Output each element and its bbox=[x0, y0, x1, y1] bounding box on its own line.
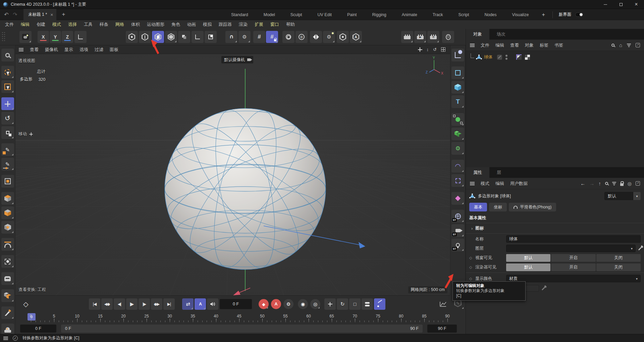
view-name-label[interactable]: 透视视图 bbox=[18, 58, 35, 64]
lock-icon[interactable] bbox=[620, 183, 624, 186]
layer-input[interactable]: ▾ bbox=[506, 245, 636, 252]
coordinate-system-button[interactable] bbox=[74, 31, 87, 43]
up-icon[interactable]: ↑ bbox=[598, 181, 601, 186]
knife-tool[interactable] bbox=[1, 306, 14, 319]
menu-extensions[interactable]: 扩展 bbox=[255, 21, 263, 28]
next-frame-button[interactable]: |▶ bbox=[139, 298, 150, 310]
object-activation-toggle[interactable] bbox=[497, 55, 502, 60]
menu-help[interactable]: 帮助 bbox=[286, 21, 295, 28]
om-menu-view[interactable]: 查看 bbox=[510, 42, 519, 48]
range-slider[interactable]: 0 F 90 F bbox=[61, 325, 423, 333]
menu-tools[interactable]: 工具 bbox=[84, 21, 93, 28]
cloner-button[interactable]: ⚙ bbox=[451, 142, 464, 155]
pan-view-icon[interactable] bbox=[418, 47, 422, 52]
new-ui-label[interactable]: 新界面 bbox=[555, 12, 576, 17]
snap-enable-button[interactable]: ∪ bbox=[225, 31, 237, 43]
panel-menu-icon[interactable] bbox=[470, 44, 475, 47]
external-window-icon[interactable]: ↗ bbox=[636, 43, 640, 47]
bend-deformer-button[interactable]: ◠ bbox=[451, 160, 464, 173]
plane-primitive-button[interactable] bbox=[451, 66, 464, 79]
menu-volume[interactable]: 体积 bbox=[131, 21, 140, 28]
keyframe-diamond-button[interactable]: ◇ bbox=[20, 298, 32, 310]
record-scale-button[interactable]: □ bbox=[349, 298, 361, 310]
viewport-menu-icon[interactable] bbox=[19, 48, 23, 51]
point-mode-button[interactable] bbox=[126, 31, 138, 43]
segment-off[interactable]: 关闭 bbox=[596, 263, 641, 271]
timeline-chart-button[interactable] bbox=[437, 298, 449, 310]
range-end-field[interactable]: 90 F bbox=[427, 325, 457, 333]
keyframe-mode-button[interactable]: ◎ bbox=[310, 299, 320, 309]
workplane-button[interactable] bbox=[205, 31, 217, 43]
add-document-tab-button[interactable]: + bbox=[58, 11, 68, 18]
om-menu-file[interactable]: 文件 bbox=[481, 42, 489, 48]
close-button[interactable]: × bbox=[629, 0, 644, 9]
toolbar-grip[interactable] bbox=[2, 32, 5, 42]
vp-menu-options[interactable]: 选项 bbox=[79, 47, 88, 53]
render-settings-button[interactable]: ⚙ bbox=[427, 31, 439, 43]
vp-menu-display[interactable]: 显示 bbox=[64, 47, 73, 53]
spline-pen-tool[interactable]: ✎ bbox=[1, 143, 14, 156]
vp-menu-camera[interactable]: 摄像机 bbox=[45, 47, 58, 53]
menu-character[interactable]: 角色 bbox=[171, 21, 180, 28]
keyframe-selection-button[interactable]: ◉ bbox=[298, 299, 308, 309]
symmetry-settings-button[interactable]: ⚙ bbox=[323, 31, 335, 43]
layout-tab-uvedit[interactable]: UV Edit bbox=[310, 12, 339, 17]
symmetry-button[interactable] bbox=[310, 31, 322, 43]
viewport-canvas[interactable]: 透视视图 默认摄像机 总计 多边形320 移动 查看变换: 工程 网格间距 : … bbox=[15, 54, 450, 295]
tab-attributes[interactable]: 属性 bbox=[466, 167, 489, 178]
eyedropper-icon[interactable] bbox=[542, 286, 545, 290]
axis-center-button[interactable] bbox=[451, 49, 464, 61]
minimize-button[interactable] bbox=[598, 0, 613, 9]
anim-dot-icon[interactable]: ◇ bbox=[469, 256, 475, 260]
document-tab-close-icon[interactable]: × bbox=[50, 12, 53, 17]
instance-button[interactable] bbox=[451, 192, 464, 205]
tab-phong[interactable]: 平滑着色(Phong) bbox=[509, 203, 556, 211]
cube-primitive-button[interactable] bbox=[451, 81, 464, 94]
om-menu-edit[interactable]: 编辑 bbox=[495, 42, 504, 48]
live-selection-tool[interactable] bbox=[1, 66, 14, 79]
viewport-panel[interactable]: 查看 摄像机 显示 选项 过滤 面板 ↕ ↺ bbox=[15, 45, 450, 295]
render-picture-viewer-button[interactable]: ▶ bbox=[414, 31, 426, 43]
document-tab[interactable]: 未标题 1 * × bbox=[23, 9, 56, 20]
am-menu-mode[interactable]: 模式 bbox=[481, 181, 489, 187]
sky-button[interactable]: ST bbox=[451, 210, 464, 223]
workplane-lock-button[interactable]: # bbox=[266, 31, 278, 43]
target-icon[interactable]: ◎ bbox=[628, 181, 632, 186]
menu-edit[interactable]: 编辑 bbox=[21, 21, 30, 28]
render-view-button[interactable] bbox=[401, 31, 413, 43]
dolly-view-icon[interactable]: ↕ bbox=[427, 47, 429, 52]
record-keyframe-button[interactable]: ◆ bbox=[259, 299, 269, 309]
layout-tab-paint[interactable]: Paint bbox=[339, 12, 365, 17]
record-position-button[interactable] bbox=[324, 298, 336, 310]
icon-group-row[interactable]: › 图标 bbox=[469, 224, 641, 233]
vp-menu-view[interactable]: 查看 bbox=[30, 47, 39, 53]
menu-create[interactable]: 创建 bbox=[37, 21, 45, 28]
uvw-tag-icon[interactable] bbox=[525, 55, 530, 60]
display-color-dropdown[interactable]: 材质▾ bbox=[506, 275, 641, 282]
weld-tool[interactable] bbox=[1, 272, 14, 285]
tab-basic[interactable]: 基本 bbox=[469, 203, 487, 211]
modeling-settings-button[interactable]: ⚙ bbox=[296, 31, 308, 43]
record-rotation-button[interactable]: ↻ bbox=[337, 298, 348, 310]
y-axis-lock-button[interactable]: Y bbox=[50, 31, 61, 43]
play-button[interactable]: ▶ bbox=[126, 298, 138, 310]
visibility-dots[interactable] bbox=[505, 55, 507, 60]
layout-tab-animate[interactable]: Animate bbox=[394, 12, 425, 17]
record-pla-button[interactable] bbox=[374, 298, 385, 310]
layout-tab-rigging[interactable]: Rigging bbox=[364, 12, 394, 17]
phong-tag-icon[interactable] bbox=[516, 54, 522, 60]
object-row-sphere[interactable]: 球体 bbox=[469, 53, 641, 61]
timeline-ruler[interactable]: 0 051015202530354045505560657075808590 bbox=[15, 313, 450, 323]
maximize-button[interactable] bbox=[613, 0, 629, 9]
camera-object-button[interactable]: ST bbox=[451, 224, 464, 237]
toggle-views-icon[interactable] bbox=[441, 47, 445, 52]
loop-mode-button[interactable]: ⇄ bbox=[182, 298, 194, 310]
object-tree[interactable]: 球体 bbox=[466, 51, 644, 167]
ffd-deformer-button[interactable] bbox=[451, 174, 464, 187]
go-to-end-button[interactable]: ▶| bbox=[163, 298, 175, 310]
status-menu-icon[interactable] bbox=[3, 337, 8, 340]
segment-on[interactable]: 开启 bbox=[551, 254, 595, 262]
menu-render[interactable]: 渲染 bbox=[239, 21, 248, 28]
rotate-view-icon[interactable]: ↺ bbox=[433, 47, 437, 52]
axis-modify-button[interactable] bbox=[192, 31, 204, 43]
